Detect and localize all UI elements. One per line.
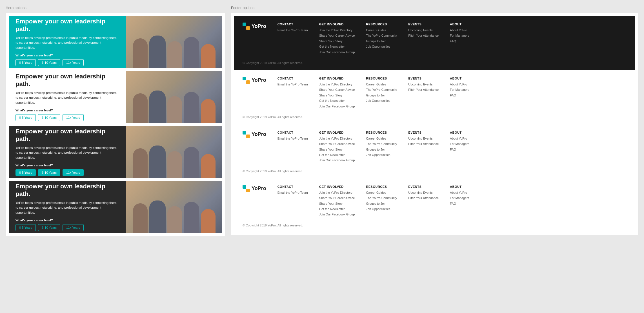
footer-link-facebook-dark[interactable]: Join Our Facebook Group — [319, 50, 355, 54]
footer-link-guides-l3[interactable]: Career Guides — [366, 191, 397, 195]
footer-link-groups-l3[interactable]: Groups to Join — [366, 202, 397, 206]
footer-col-title-about-l1: ABOUT — [450, 77, 469, 80]
footer-link-guides-l2[interactable]: Career Guides — [366, 136, 397, 141]
footer-link-groups-l2[interactable]: Groups to Join — [366, 147, 397, 152]
footer-link-groups-l1[interactable]: Groups to Join — [366, 93, 397, 98]
footer-link-facebook-l1[interactable]: Join Our Facebook Group — [319, 104, 355, 109]
footer-link-pitch-l3[interactable]: Pitch Your Attendance — [408, 196, 439, 200]
footer-link-managers-l3[interactable]: For Managers — [450, 196, 469, 200]
footer-link-about-dark[interactable]: About YoPro — [450, 28, 469, 32]
hero-card-v3: Empower your own leadership path. YoPro … — [9, 126, 222, 178]
footer-link-jobs-dark[interactable]: Job Opportunities — [366, 45, 397, 49]
footer-link-upcoming-dark[interactable]: Upcoming Events — [408, 28, 439, 32]
logo-text-light-1: YoPro — [252, 77, 266, 83]
footer-link-guides-dark[interactable]: Career Guides — [366, 28, 397, 32]
footer-link-email-l1[interactable]: Email the YoPro Team — [277, 82, 308, 87]
footer-card-light-2: YoPro CONTACT Email the YoPro Team GET I… — [234, 124, 635, 178]
footer-link-guides-l1[interactable]: Career Guides — [366, 82, 397, 87]
footer-link-newsletter-dark[interactable]: Get the Newsletter — [319, 45, 355, 49]
footer-logo-light-3: YoPro — [243, 185, 266, 192]
footer-link-community-l3[interactable]: The YoPro Community — [366, 196, 397, 200]
hero-desc-v1: YoPro helps develop professionals in pub… — [15, 36, 119, 50]
footer-link-faq-dark[interactable]: FAQ — [450, 39, 469, 43]
btn-11-v4[interactable]: 11+ Years — [63, 224, 84, 231]
footer-link-newsletter-l3[interactable]: Get the Newsletter — [319, 207, 355, 211]
btn-0-5-v1[interactable]: 0-5 Years — [15, 59, 36, 66]
btn-0-5-v4[interactable]: 0-5 Years — [15, 224, 36, 231]
footer-col-about-l1: ABOUT About YoPro For Managers FAQ — [450, 77, 469, 99]
footer-copyright-l1: © Copyright 2019 YoPro. All rights reser… — [243, 115, 627, 119]
footer-col-resources-l3: RESOURCES Career Guides The YoPro Commun… — [366, 185, 397, 213]
btn-6-10-v1[interactable]: 6-10 Years — [38, 59, 60, 66]
footer-link-directory-l1[interactable]: Join the YoPro Directory — [319, 82, 355, 87]
footer-link-story-l3[interactable]: Share Your Story — [319, 202, 355, 206]
footer-link-email-l2[interactable]: Email the YoPro Team — [277, 136, 308, 141]
footer-col-title-resources-dark: RESOURCES — [366, 23, 397, 26]
footer-link-about-l2[interactable]: About YoPro — [450, 136, 469, 141]
footer-col-title-contact-l2: CONTACT — [277, 131, 308, 134]
hero-photo-v3 — [126, 126, 222, 178]
footer-link-email-dark[interactable]: Email the YoPro Team — [277, 28, 308, 32]
footer-link-directory-dark[interactable]: Join the YoPro Directory — [319, 28, 355, 32]
footer-nav-light-3: YoPro CONTACT Email the YoPro Team GET I… — [243, 185, 627, 218]
footer-link-pitch-dark[interactable]: Pitch Your Attendance — [408, 34, 439, 38]
footer-card-light-1: YoPro CONTACT Email the YoPro Team GET I… — [234, 70, 635, 124]
footer-link-managers-l2[interactable]: For Managers — [450, 142, 469, 146]
yopro-logo-icon-light-3 — [243, 185, 250, 192]
footer-link-facebook-l3[interactable]: Join Our Facebook Group — [319, 212, 355, 217]
footer-link-pitch-l2[interactable]: Pitch Your Attendance — [408, 142, 439, 146]
footer-link-jobs-l3[interactable]: Job Opportunities — [366, 207, 397, 211]
footer-link-directory-l2[interactable]: Join the YoPro Directory — [319, 136, 355, 141]
hero-question-v1: What's your career level? — [15, 54, 119, 57]
footer-link-about-l1[interactable]: About YoPro — [450, 82, 469, 87]
footer-link-facebook-l2[interactable]: Join Our Facebook Group — [319, 158, 355, 162]
btn-6-10-v4[interactable]: 6-10 Years — [38, 224, 60, 231]
footer-col-title-about-l3: ABOUT — [450, 185, 469, 188]
footer-link-story-dark[interactable]: Share Your Story — [319, 39, 355, 43]
footer-link-faq-l3[interactable]: FAQ — [450, 202, 469, 206]
footer-link-community-dark[interactable]: The YoPro Community — [366, 34, 397, 38]
footer-link-pitch-l1[interactable]: Pitch Your Attendance — [408, 88, 439, 92]
footer-link-faq-l2[interactable]: FAQ — [450, 147, 469, 152]
footer-link-career-advice-l2[interactable]: Share Your Career Advice — [319, 142, 355, 146]
footer-col-title-involved-l2: GET INVOLVED — [319, 131, 355, 134]
footer-link-upcoming-l1[interactable]: Upcoming Events — [408, 82, 439, 87]
footer-link-managers-dark[interactable]: For Managers — [450, 34, 469, 38]
footer-link-career-advice-dark[interactable]: Share Your Career Advice — [319, 34, 355, 38]
btn-11-v2[interactable]: 11+ Years — [63, 114, 84, 121]
footer-link-story-l1[interactable]: Share Your Story — [319, 93, 355, 98]
footer-link-jobs-l1[interactable]: Job Opportunities — [366, 99, 397, 103]
btn-11-v3[interactable]: 11+ Years — [63, 169, 84, 176]
btn-0-5-v3[interactable]: 0-5 Years — [15, 169, 36, 176]
footer-link-upcoming-l2[interactable]: Upcoming Events — [408, 136, 439, 141]
footer-link-newsletter-l1[interactable]: Get the Newsletter — [319, 99, 355, 103]
footer-link-email-l3[interactable]: Email the YoPro Team — [277, 191, 308, 195]
footer-link-about-l3[interactable]: About YoPro — [450, 191, 469, 195]
footer-col-about-l3: ABOUT About YoPro For Managers FAQ — [450, 185, 469, 207]
hero-title-v2: Empower your own leadership path. — [15, 73, 119, 88]
footer-link-newsletter-l2[interactable]: Get the Newsletter — [319, 153, 355, 157]
footer-link-community-l2[interactable]: The YoPro Community — [366, 142, 397, 146]
svg-rect-0 — [243, 23, 246, 26]
btn-6-10-v3[interactable]: 6-10 Years — [38, 169, 60, 176]
footer-link-story-l2[interactable]: Share Your Story — [319, 147, 355, 152]
footer-link-upcoming-l3[interactable]: Upcoming Events — [408, 191, 439, 195]
footer-link-community-l1[interactable]: The YoPro Community — [366, 88, 397, 92]
btn-6-10-v2[interactable]: 6-10 Years — [38, 114, 60, 121]
hero-question-v2: What's your career level? — [15, 109, 119, 112]
footer-link-faq-l1[interactable]: FAQ — [450, 93, 469, 98]
footer-link-career-advice-l1[interactable]: Share Your Career Advice — [319, 88, 355, 92]
footer-col-title-events-l2: EVENTS — [408, 131, 439, 134]
hero-photo-v1 — [126, 16, 222, 68]
footer-link-managers-l1[interactable]: For Managers — [450, 88, 469, 92]
footer-link-directory-l3[interactable]: Join the YoPro Directory — [319, 191, 355, 195]
logo-text-light-3: YoPro — [252, 186, 266, 191]
hero-title-v3: Empower your own leadership path. — [15, 128, 119, 143]
footer-link-jobs-l2[interactable]: Job Opportunities — [366, 153, 397, 157]
btn-11-v1[interactable]: 11+ Years — [63, 59, 84, 66]
footer-link-career-advice-l3[interactable]: Share Your Career Advice — [319, 196, 355, 200]
btn-0-5-v2[interactable]: 0-5 Years — [15, 114, 36, 121]
footer-col-involved-l1: GET INVOLVED Join the YoPro Directory Sh… — [319, 77, 355, 110]
footer-col-involved-dark: GET INVOLVED Join the YoPro Directory Sh… — [319, 23, 355, 56]
footer-link-groups-dark[interactable]: Groups to Join — [366, 39, 397, 43]
